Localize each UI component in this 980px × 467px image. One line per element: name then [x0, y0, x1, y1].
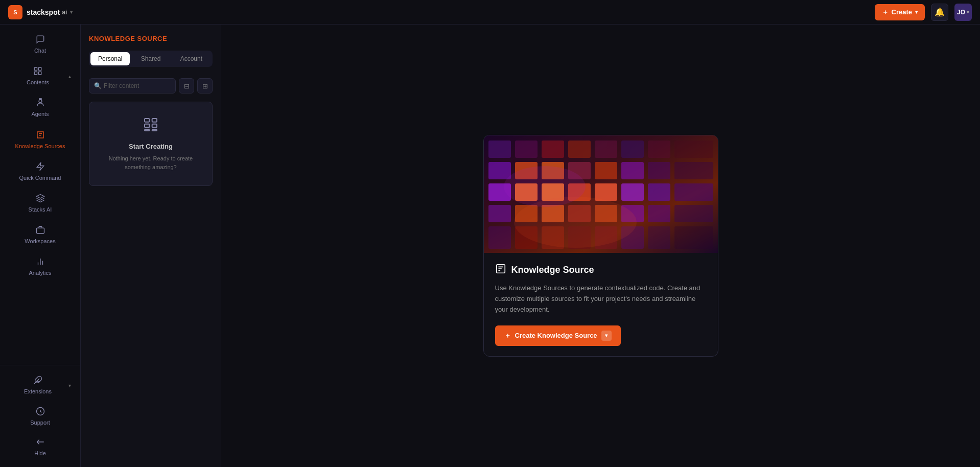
svg-rect-60 — [648, 226, 670, 249]
svg-rect-29 — [674, 141, 713, 158]
card-title-icon — [495, 263, 506, 277]
svg-marker-7 — [36, 194, 44, 198]
svg-rect-28 — [648, 141, 670, 158]
svg-rect-2 — [34, 72, 37, 75]
logo-text: stackspot ai ▾ — [27, 8, 73, 16]
notifications-button[interactable]: 🔔 — [931, 4, 948, 21]
left-panel: KNOWLEDGE SOURCE Personal Shared Account… — [81, 25, 221, 467]
avatar-chevron-icon: ▾ — [967, 10, 969, 15]
card-description: Use Knowledge Sources to generate contex… — [495, 283, 707, 315]
create-knowledge-plus-icon: ＋ — [504, 331, 511, 340]
tabs-row: Personal Shared Account — [89, 51, 213, 67]
sidebar-hide-label: Hide — [34, 450, 46, 457]
search-row: 🔍 ⊟ ⊞ — [81, 73, 221, 98]
svg-rect-45 — [674, 183, 713, 201]
quick-command-icon — [36, 162, 45, 173]
sidebar-item-hide[interactable]: Hide — [3, 432, 77, 462]
sidebar-item-analytics[interactable]: Analytics — [3, 252, 77, 282]
sidebar-chat-label: Chat — [34, 48, 46, 54]
left-panel-header: KNOWLEDGE SOURCE Personal Shared Account — [81, 25, 221, 73]
svg-rect-43 — [621, 183, 644, 201]
sidebar-agents-label: Agents — [31, 111, 49, 118]
svg-rect-3 — [39, 72, 41, 75]
svg-rect-52 — [648, 205, 670, 222]
create-knowledge-source-button[interactable]: ＋ Create Knowledge Source ▾ — [495, 325, 621, 346]
sidebar-item-contents[interactable]: Contents ▴ — [3, 61, 77, 91]
sidebar: Chat Contents ▴ Agents Knowledge Sources — [0, 25, 81, 467]
svg-rect-42 — [595, 183, 617, 201]
logo-area: S stackspot ai ▾ — [8, 5, 73, 19]
analytics-icon — [36, 257, 45, 268]
svg-rect-18 — [152, 124, 157, 128]
sidebar-item-agents[interactable]: Agents — [3, 93, 77, 123]
empty-state-title: Start Creating — [129, 143, 173, 150]
search-wrapper: 🔍 — [89, 78, 176, 94]
logo-chevron-icon: ▾ — [70, 9, 73, 15]
empty-state-card: Start Creating Nothing here yet. Ready t… — [89, 102, 213, 186]
sidebar-item-quick-command[interactable]: Quick Command — [3, 157, 77, 186]
svg-rect-19 — [145, 129, 149, 131]
extensions-collapse-icon: ▾ — [68, 383, 71, 388]
svg-rect-16 — [152, 119, 157, 122]
tab-shared[interactable]: Shared — [131, 52, 170, 65]
create-knowledge-label: Create Knowledge Source — [515, 332, 597, 339]
sidebar-bottom: Extensions ▾ Support Hide — [0, 365, 80, 463]
sidebar-spacer — [0, 283, 80, 365]
sidebar-item-stacks-ai[interactable]: Stacks AI — [3, 189, 77, 218]
sidebar-support-label: Support — [30, 419, 50, 426]
svg-rect-30 — [488, 162, 511, 179]
svg-rect-54 — [488, 226, 511, 249]
svg-rect-8 — [36, 228, 44, 233]
svg-point-4 — [39, 100, 42, 103]
chat-icon — [36, 35, 45, 45]
right-panel: Knowledge Source Use Knowledge Sources t… — [221, 25, 980, 467]
create-knowledge-chevron-icon: ▾ — [601, 331, 612, 341]
svg-rect-44 — [648, 183, 670, 201]
svg-rect-46 — [488, 205, 511, 222]
content-area: KNOWLEDGE SOURCE Personal Shared Account… — [81, 25, 980, 467]
search-input[interactable] — [89, 78, 176, 94]
filter-button[interactable]: ⊟ — [179, 78, 194, 94]
sidebar-analytics-label: Analytics — [29, 270, 51, 276]
view-button[interactable]: ⊞ — [197, 78, 213, 94]
knowledge-source-card: Knowledge Source Use Knowledge Sources t… — [483, 135, 718, 356]
logo-badge: S — [8, 5, 22, 19]
sidebar-quick-command-label: Quick Command — [19, 175, 61, 181]
tab-account[interactable]: Account — [172, 52, 211, 65]
workspaces-icon — [36, 225, 45, 236]
svg-point-63 — [504, 166, 586, 207]
svg-rect-23 — [515, 141, 538, 158]
sidebar-workspaces-label: Workspaces — [25, 238, 55, 245]
svg-rect-35 — [621, 162, 644, 179]
create-chevron-icon: ▾ — [915, 9, 918, 15]
card-title-row: Knowledge Source — [495, 263, 707, 277]
svg-rect-26 — [595, 141, 617, 158]
create-plus-icon: ＋ — [882, 8, 889, 17]
sidebar-item-chat[interactable]: Chat — [3, 30, 77, 59]
svg-rect-36 — [648, 162, 670, 179]
sidebar-item-support[interactable]: Support — [3, 402, 77, 431]
contents-collapse-icon: ▴ — [68, 74, 71, 79]
logo-ai: ai — [62, 9, 67, 16]
tab-personal[interactable]: Personal — [90, 52, 130, 65]
create-button[interactable]: ＋ Create ▾ — [875, 4, 925, 20]
card-title: Knowledge Source — [511, 265, 594, 275]
svg-rect-1 — [39, 67, 41, 70]
agents-icon — [36, 98, 45, 109]
svg-rect-15 — [145, 119, 149, 122]
svg-rect-22 — [488, 141, 511, 158]
avatar-initials: JO — [957, 9, 965, 16]
sidebar-item-knowledge-sources[interactable]: Knowledge Sources — [3, 125, 77, 155]
view-icon: ⊞ — [202, 82, 208, 90]
avatar-button[interactable]: JO ▾ — [954, 4, 972, 21]
svg-rect-61 — [674, 226, 713, 249]
stacks-ai-icon — [36, 194, 45, 204]
left-panel-title: KNOWLEDGE SOURCE — [89, 35, 213, 42]
svg-rect-53 — [674, 205, 713, 222]
extensions-icon — [33, 376, 42, 386]
sidebar-item-workspaces[interactable]: Workspaces — [3, 220, 77, 250]
sidebar-knowledge-sources-label: Knowledge Sources — [15, 143, 65, 150]
sidebar-item-extensions[interactable]: Extensions ▾ — [3, 370, 77, 400]
knowledge-sources-icon — [36, 130, 45, 141]
hide-icon — [36, 437, 45, 448]
